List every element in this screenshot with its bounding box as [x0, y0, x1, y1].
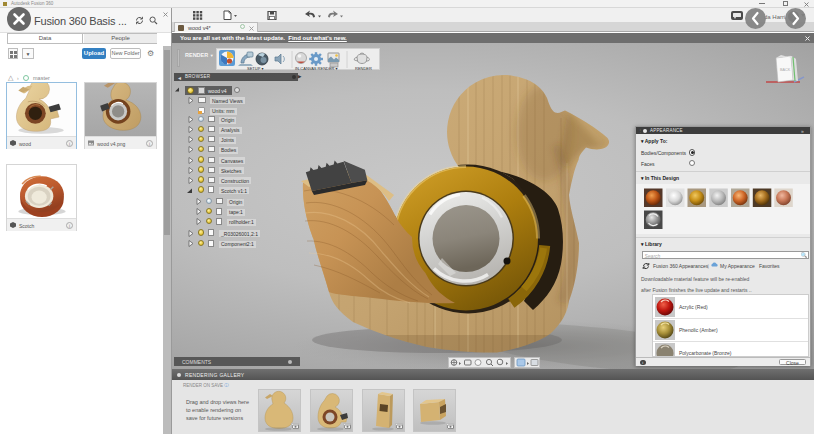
svg-text:BACK: BACK [780, 68, 791, 72]
